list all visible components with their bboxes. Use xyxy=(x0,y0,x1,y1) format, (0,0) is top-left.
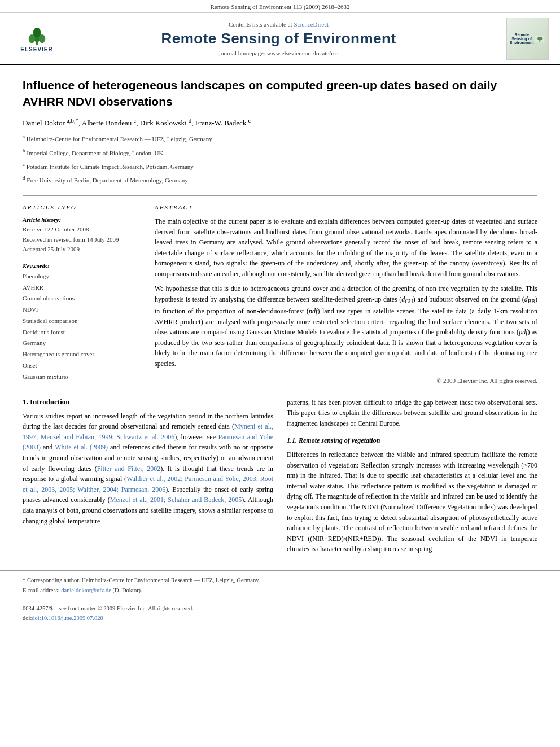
doi-line: doi:doi:10.1016/j.rse.2009.07.020 xyxy=(23,613,537,623)
divider-1 xyxy=(23,195,537,196)
article-container: Influence of heterogeneous landscapes on… xyxy=(0,65,560,397)
body-right-column: patterns, it has been proven difficult t… xyxy=(287,397,537,559)
svg-rect-7 xyxy=(540,40,541,41)
journal-main-title: Remote Sensing of Environment xyxy=(62,30,495,47)
section-1-text: Various studies report an increased leng… xyxy=(23,411,273,527)
article-info-title: ARTICLE INFO xyxy=(23,204,132,211)
svg-point-3 xyxy=(38,34,45,43)
contents-line: Contents lists available at ScienceDirec… xyxy=(62,21,495,28)
svg-point-6 xyxy=(538,36,542,40)
subsection-1-1-text: Differences in reflectance between the v… xyxy=(287,449,537,554)
copyright: © 2009 Elsevier Inc. All rights reserved… xyxy=(155,376,537,386)
two-column-section: ARTICLE INFO Article history: Received 2… xyxy=(23,204,537,386)
keyword-gaussian: Gaussian mixtures xyxy=(23,372,132,383)
email-link[interactable]: danieldoktor@ufz.de xyxy=(61,587,111,593)
journal-header: ELSEVIER Contents lists available at Sci… xyxy=(0,13,560,65)
corner-logo-text: Remote Sensing of Environment xyxy=(509,33,534,45)
intro-para-1: Various studies report an increased leng… xyxy=(23,411,273,527)
corner-logo-icon xyxy=(534,28,546,50)
journal-title-block: Contents lists available at ScienceDirec… xyxy=(62,21,495,56)
article-info-panel: ARTICLE INFO Article history: Received 2… xyxy=(23,204,141,386)
elsevier-wordmark: ELSEVIER xyxy=(20,46,53,53)
elsevier-tree-icon xyxy=(21,25,53,46)
keyword-germany: Germany xyxy=(23,338,132,349)
keywords-title: Keywords: xyxy=(23,263,132,269)
keyword-hetero: Heterogeneous ground cover xyxy=(23,349,132,360)
footnote-2: E-mail address: danieldoktor@ufz.de (D. … xyxy=(23,586,537,596)
issn-line: 0034-4257/$ – see front matter © 2009 El… xyxy=(23,604,537,614)
article-history-title: Article history: xyxy=(23,216,132,223)
body-content: 1. Introduction Various studies report a… xyxy=(0,397,560,570)
keyword-phenology: Phenology xyxy=(23,271,132,282)
abstract-text: The main objective of the current paper … xyxy=(155,216,537,386)
ref-walther[interactable]: Walther et al., 2002; Parmesan and Yohe,… xyxy=(23,475,273,493)
keywords-list: Phenology AVHRR Ground observations NDVI… xyxy=(23,271,132,383)
subsection-1-1-heading: 1.1. Remote sensing of vegetation xyxy=(287,435,537,446)
affiliation-c: c Potsdam Institute for Climate Impact R… xyxy=(23,160,537,172)
journal-homepage: journal homepage: www.elsevier.com/locat… xyxy=(62,50,495,56)
bottom-bar: 0034-4257/$ – see front matter © 2009 El… xyxy=(0,600,560,627)
affiliation-d: d Free University of Berlin, Department … xyxy=(23,173,537,186)
footnote-1: * Corresponding author. Helmholtz-Centre… xyxy=(23,575,537,586)
article-title: Influence of heterogeneous landscapes on… xyxy=(23,77,537,110)
abstract-title: ABSTRACT xyxy=(155,204,537,211)
ref-menzel[interactable]: Menzel et al., 2001; Schaher and Badeck,… xyxy=(110,496,242,504)
ref-white[interactable]: White et al. (2009) xyxy=(55,443,108,451)
received-revised-date: Received in revised form 14 July 2009 xyxy=(23,235,132,245)
accepted-date: Accepted 25 July 2009 xyxy=(23,244,132,255)
doi-link[interactable]: doi:10.1016/j.rse.2009.07.020 xyxy=(32,615,103,621)
elsevier-logo: ELSEVIER xyxy=(11,22,62,56)
keyword-stat-comp: Statistical comparison xyxy=(23,316,132,327)
keyword-onset: Onset xyxy=(23,360,132,372)
affiliation-b: b Imperial College, Department of Biolog… xyxy=(23,146,537,159)
section-1-right-text: patterns, it has been proven difficult t… xyxy=(287,397,537,554)
abstract-para-2: We hypothesise that this is due to heter… xyxy=(155,283,537,369)
svg-point-2 xyxy=(28,34,34,43)
intro-para-2: patterns, it has been proven difficult t… xyxy=(287,397,537,429)
affiliation-a: a Helmholtz-Centre for Environmental Res… xyxy=(23,132,537,145)
abstract-section: ABSTRACT The main objective of the curre… xyxy=(155,204,537,386)
keyword-avhrr: AVHRR xyxy=(23,282,132,294)
sciencedirect-link[interactable]: ScienceDirect xyxy=(294,21,329,28)
keyword-ground-obs: Ground observations xyxy=(23,293,132,304)
affiliations: a Helmholtz-Centre for Environmental Res… xyxy=(23,132,537,186)
received-date: Received 22 October 2008 xyxy=(23,225,132,235)
top-bar: Remote Sensing of Environment 113 (2009)… xyxy=(0,0,560,13)
keyword-deciduous: Deciduous forest xyxy=(23,327,132,338)
authors-line: Daniel Doktor a,b,*, Alberte Bondeau c, … xyxy=(23,117,537,128)
keyword-ndvi: NDVI xyxy=(23,304,132,316)
authors-text: Daniel Doktor a,b,*, Alberte Bondeau c, … xyxy=(23,119,251,127)
ref-fitter[interactable]: Fitter and Fitter, 2002 xyxy=(97,465,161,473)
svg-point-4 xyxy=(33,28,40,37)
body-left-column: 1. Introduction Various studies report a… xyxy=(23,397,273,559)
section-1-heading: 1. Introduction xyxy=(23,397,273,407)
corner-logo: Remote Sensing of Environment xyxy=(506,18,549,60)
abstract-para-1: The main objective of the current paper … xyxy=(155,216,537,279)
footnotes: * Corresponding author. Helmholtz-Centre… xyxy=(0,570,560,600)
journal-citation: Remote Sensing of Environment 113 (2009)… xyxy=(210,3,349,10)
